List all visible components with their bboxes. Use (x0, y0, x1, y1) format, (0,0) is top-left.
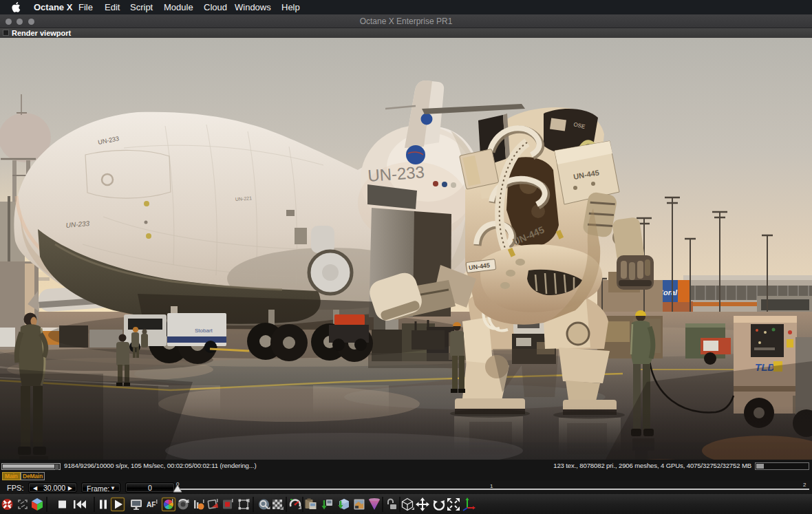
svg-text:UN-233: UN-233 (367, 162, 425, 185)
svg-text:AF: AF (147, 501, 156, 508)
svg-text:Stobart: Stobart (195, 328, 213, 334)
